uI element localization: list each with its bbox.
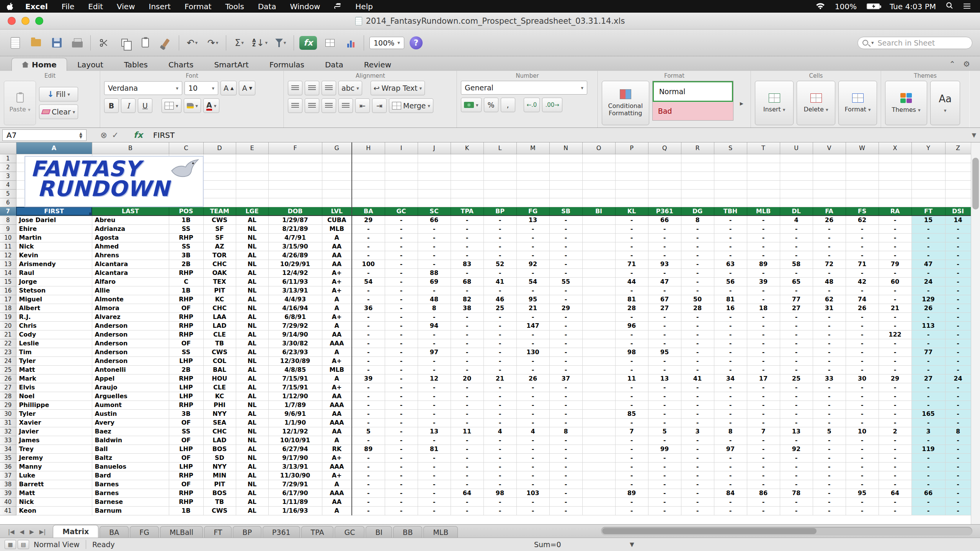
text-orientation-button[interactable]: abc▾ bbox=[338, 81, 362, 95]
cell-J6[interactable] bbox=[418, 198, 451, 207]
print-button[interactable] bbox=[70, 34, 85, 51]
cell-K2[interactable] bbox=[451, 163, 483, 172]
menu-item-data[interactable]: Data bbox=[252, 0, 283, 13]
row-header-15[interactable]: 15 bbox=[0, 277, 16, 286]
row-header-5[interactable]: 5 bbox=[0, 189, 16, 198]
cell[interactable]: - bbox=[714, 506, 747, 515]
cell[interactable]: 78 bbox=[780, 489, 813, 497]
cell[interactable]: - bbox=[418, 242, 451, 251]
cell[interactable]: - bbox=[911, 339, 945, 348]
cell[interactable]: - bbox=[483, 339, 516, 348]
cell[interactable]: - bbox=[846, 462, 879, 471]
cell[interactable]: - bbox=[879, 445, 911, 453]
cell[interactable]: - bbox=[945, 365, 971, 374]
cell-M5[interactable] bbox=[516, 189, 549, 198]
cell[interactable]: - bbox=[681, 489, 714, 497]
fantasy-rundown-logo[interactable]: FANTASY RUNDOWN bbox=[24, 156, 204, 207]
cell[interactable]: Nick bbox=[16, 497, 92, 506]
currency-format-button[interactable]: ▾ bbox=[461, 98, 482, 112]
cell[interactable] bbox=[582, 365, 615, 374]
collapse-ribbon-button[interactable]: ⌃ bbox=[949, 59, 956, 69]
menu-item-tools[interactable]: Tools bbox=[219, 0, 250, 13]
cell[interactable]: - bbox=[911, 356, 945, 365]
cell[interactable]: - bbox=[385, 436, 418, 445]
cell[interactable]: A bbox=[322, 374, 352, 383]
cell[interactable]: - bbox=[879, 383, 911, 392]
cell[interactable]: - bbox=[451, 268, 483, 277]
cell[interactable]: - bbox=[780, 348, 813, 356]
cell[interactable]: - bbox=[879, 497, 911, 506]
cell[interactable]: - bbox=[747, 436, 780, 445]
cell[interactable]: 29 bbox=[879, 374, 911, 383]
cell-Y4[interactable] bbox=[911, 180, 945, 189]
cell[interactable]: - bbox=[714, 462, 747, 471]
cell[interactable]: - bbox=[516, 339, 549, 348]
cell-P4[interactable] bbox=[615, 180, 648, 189]
cell[interactable]: - bbox=[516, 383, 549, 392]
cell[interactable]: 1/16/93 bbox=[268, 506, 322, 515]
cell[interactable]: C bbox=[169, 277, 203, 286]
cell[interactable]: AA bbox=[322, 242, 352, 251]
autosum-button[interactable]: Σ▾ bbox=[232, 34, 247, 51]
cell[interactable] bbox=[582, 453, 615, 462]
cell[interactable]: PIT bbox=[203, 286, 236, 295]
cell[interactable]: - bbox=[879, 392, 911, 401]
last-sheet-button[interactable]: ▶| bbox=[38, 528, 48, 535]
column-header-B[interactable]: B bbox=[92, 142, 169, 154]
cell[interactable]: - bbox=[483, 356, 516, 365]
cell[interactable]: - bbox=[615, 506, 648, 515]
cell[interactable]: - bbox=[352, 251, 385, 260]
cell[interactable]: - bbox=[385, 260, 418, 268]
cell[interactable]: - bbox=[549, 330, 582, 339]
cell-X5[interactable] bbox=[879, 189, 911, 198]
cell[interactable]: - bbox=[813, 339, 846, 348]
cell[interactable]: RHP bbox=[169, 471, 203, 480]
cell[interactable]: - bbox=[352, 233, 385, 242]
cell[interactable]: AL bbox=[236, 489, 268, 497]
cell[interactable]: A bbox=[322, 348, 352, 356]
header-cell-DL[interactable]: DL bbox=[780, 207, 813, 216]
cell[interactable]: - bbox=[846, 233, 879, 242]
undo-dropdown-arrow[interactable]: ▾ bbox=[195, 40, 198, 46]
cell[interactable]: Barnes bbox=[92, 489, 169, 497]
cell[interactable]: Alvarez bbox=[92, 312, 169, 321]
cut-button[interactable] bbox=[96, 34, 111, 51]
cell[interactable]: - bbox=[648, 480, 681, 489]
cell[interactable]: - bbox=[879, 436, 911, 445]
cell[interactable]: - bbox=[418, 497, 451, 506]
cell-M4[interactable] bbox=[516, 180, 549, 189]
cell[interactable]: Agosta bbox=[92, 233, 169, 242]
cell[interactable]: 16 bbox=[714, 304, 747, 312]
sheet-tab-bi[interactable]: BI bbox=[366, 526, 392, 538]
menu-item-edit[interactable]: Edit bbox=[82, 0, 109, 13]
cell[interactable]: 89 bbox=[747, 260, 780, 268]
cell[interactable]: 3 bbox=[911, 427, 945, 436]
insert-cells-button[interactable]: Insert ▾ bbox=[755, 81, 794, 125]
cell[interactable]: 10 bbox=[846, 427, 879, 436]
cell[interactable]: - bbox=[813, 392, 846, 401]
cell[interactable]: - bbox=[451, 339, 483, 348]
cell[interactable]: RHP bbox=[169, 268, 203, 277]
cell-X4[interactable] bbox=[879, 180, 911, 189]
row-header-30[interactable]: 30 bbox=[0, 409, 16, 418]
underline-button[interactable]: U bbox=[138, 98, 152, 113]
cell[interactable]: - bbox=[911, 392, 945, 401]
cell[interactable]: - bbox=[385, 295, 418, 304]
increase-indent-button[interactable]: ⇥ bbox=[372, 98, 387, 113]
cell[interactable]: A+ bbox=[322, 383, 352, 392]
cell[interactable] bbox=[582, 409, 615, 418]
cell[interactable]: - bbox=[681, 436, 714, 445]
cell[interactable]: - bbox=[714, 453, 747, 462]
cell-D1[interactable] bbox=[203, 154, 236, 163]
header-cell-POS[interactable]: POS bbox=[169, 207, 203, 216]
cell[interactable]: Nick bbox=[16, 242, 92, 251]
cell[interactable]: - bbox=[780, 286, 813, 295]
row-header-40[interactable]: 40 bbox=[0, 497, 16, 506]
cell[interactable]: 27 bbox=[780, 304, 813, 312]
cell-M6[interactable] bbox=[516, 198, 549, 207]
cell[interactable]: - bbox=[879, 471, 911, 480]
cell[interactable]: AA bbox=[322, 251, 352, 260]
cell[interactable]: 46 bbox=[483, 295, 516, 304]
cell-D2[interactable] bbox=[203, 163, 236, 172]
cell-V3[interactable] bbox=[813, 172, 846, 180]
